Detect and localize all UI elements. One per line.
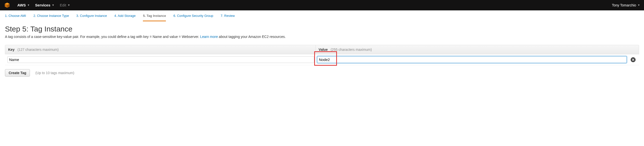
wizard-step-1[interactable]: 1. Choose AMI bbox=[5, 14, 26, 21]
wizard-step-6[interactable]: 6. Configure Security Group bbox=[173, 14, 213, 21]
header-value-label: Value bbox=[319, 48, 328, 52]
tag-remove-cell bbox=[628, 57, 638, 62]
caret-down-icon: ▼ bbox=[52, 4, 54, 7]
nav-services-label: Services bbox=[35, 3, 50, 7]
description-text-2: about tagging your Amazon EC2 resources. bbox=[219, 35, 286, 39]
caret-down-icon: ▼ bbox=[68, 4, 70, 7]
remove-tag-icon[interactable] bbox=[631, 57, 636, 62]
wizard-step-7[interactable]: 7. Review bbox=[221, 14, 235, 21]
wizard-step-4[interactable]: 4. Add Storage bbox=[114, 14, 136, 21]
page-title: Step 5: Tag Instance bbox=[5, 25, 639, 33]
header-value: Value (255 characters maximum) bbox=[316, 45, 629, 54]
tag-value-input[interactable] bbox=[317, 56, 627, 63]
nav-aws-menu[interactable]: AWS ▼ bbox=[16, 2, 31, 8]
nav-user-menu[interactable]: Tony Tomarchio ▼ bbox=[612, 3, 640, 7]
tag-table-header: Key (127 characters maximum) Value (255 … bbox=[5, 45, 639, 54]
nav-aws-label: AWS bbox=[17, 3, 26, 7]
learn-more-link[interactable]: Learn more bbox=[200, 35, 218, 39]
caret-down-icon: ▼ bbox=[27, 4, 30, 7]
nav-edit-label: Edit bbox=[60, 3, 66, 7]
aws-logo-icon[interactable] bbox=[4, 2, 10, 9]
tag-value-cell bbox=[316, 56, 628, 63]
create-tag-row: Create Tag (Up to 10 tags maximum) bbox=[5, 69, 639, 77]
page-description: A tag consists of a case-sensitive key-v… bbox=[5, 34, 639, 39]
top-nav: AWS ▼ Services ▼ Edit ▼ Tony Tomarchio ▼ bbox=[0, 0, 644, 11]
description-text-1: A tag consists of a case-sensitive key-v… bbox=[5, 35, 200, 39]
header-key: Key (127 characters maximum) bbox=[5, 45, 316, 54]
tag-key-cell bbox=[6, 56, 316, 63]
tag-key-input[interactable] bbox=[8, 56, 314, 63]
nav-user-label: Tony Tomarchio bbox=[612, 3, 636, 7]
create-tag-hint: (Up to 10 tags maximum) bbox=[35, 71, 74, 75]
tag-table: Key (127 characters maximum) Value (255 … bbox=[5, 45, 639, 65]
wizard-step-2[interactable]: 2. Choose Instance Type bbox=[33, 14, 69, 21]
create-tag-button[interactable]: Create Tag bbox=[5, 69, 30, 77]
nav-services-menu[interactable]: Services ▼ bbox=[34, 2, 56, 8]
wizard-step-3[interactable]: 3. Configure Instance bbox=[76, 14, 107, 21]
main-content: Step 5: Tag Instance A tag consists of a… bbox=[0, 21, 644, 82]
tag-row bbox=[5, 54, 639, 65]
wizard-steps: 1. Choose AMI2. Choose Instance Type3. C… bbox=[0, 11, 644, 21]
header-key-hint: (127 characters maximum) bbox=[18, 48, 59, 52]
header-value-hint: (255 characters maximum) bbox=[330, 48, 372, 52]
wizard-step-5: 5. Tag Instance bbox=[143, 14, 166, 21]
nav-edit-menu[interactable]: Edit ▼ bbox=[58, 2, 72, 8]
header-key-label: Key bbox=[8, 48, 14, 52]
caret-down-icon: ▼ bbox=[638, 4, 640, 7]
header-remove bbox=[629, 45, 639, 54]
